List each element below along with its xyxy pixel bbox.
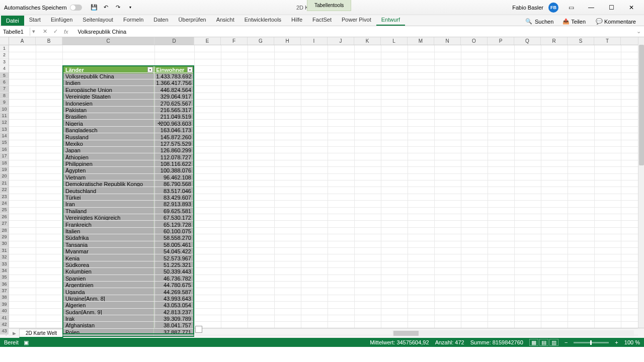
col-header[interactable]: R bbox=[541, 37, 568, 45]
row-header[interactable]: 17 bbox=[0, 153, 9, 159]
view-pagebreak-icon[interactable]: ▥ bbox=[549, 339, 558, 346]
row-header[interactable]: 29 bbox=[0, 234, 9, 240]
row-header[interactable]: 42 bbox=[0, 321, 9, 328]
col-header[interactable]: O bbox=[461, 37, 488, 45]
col-header[interactable]: T bbox=[594, 37, 621, 45]
vertical-scrollbar[interactable] bbox=[638, 37, 644, 328]
zoom-level[interactable]: 100 % bbox=[624, 339, 640, 345]
row-header[interactable]: 33 bbox=[0, 261, 9, 267]
cancel-formula-icon[interactable]: ✕ bbox=[41, 28, 49, 35]
row-header[interactable]: 3 bbox=[0, 59, 9, 65]
row-header[interactable]: 31 bbox=[0, 247, 9, 254]
view-pagelayout-icon[interactable]: ▤ bbox=[539, 339, 548, 346]
row-header[interactable]: 36 bbox=[0, 281, 9, 288]
row-header[interactable]: 41 bbox=[0, 315, 9, 321]
col-header[interactable]: D bbox=[154, 37, 194, 45]
namebox-dropdown-icon[interactable]: ▾ bbox=[30, 28, 37, 35]
view-normal-icon[interactable]: ▦ bbox=[529, 339, 538, 346]
filter-icon[interactable]: ▾ bbox=[187, 67, 193, 72]
row-header[interactable]: 40 bbox=[0, 308, 9, 314]
row-header[interactable]: 4 bbox=[0, 65, 9, 72]
row-header[interactable]: 10 bbox=[0, 106, 9, 113]
select-all-corner[interactable] bbox=[0, 37, 9, 45]
row-header[interactable]: 12 bbox=[0, 119, 9, 126]
search-input[interactable]: 🔍 Suchen bbox=[522, 18, 556, 25]
zoom-out-icon[interactable]: − bbox=[565, 339, 568, 345]
row-header[interactable]: 30 bbox=[0, 240, 9, 247]
row-header[interactable]: 20 bbox=[0, 173, 9, 179]
col-header[interactable]: L bbox=[381, 37, 408, 45]
row-header[interactable]: 39 bbox=[0, 301, 9, 308]
zoom-in-icon[interactable]: + bbox=[615, 339, 618, 345]
undo-icon[interactable]: ↶ bbox=[102, 4, 110, 12]
quick-analysis-icon[interactable] bbox=[195, 326, 202, 333]
fx-icon[interactable]: fx bbox=[62, 29, 70, 35]
col-header[interactable]: G bbox=[248, 37, 274, 45]
row-header[interactable]: 1 bbox=[0, 45, 9, 52]
tab-formeln[interactable]: Formeln bbox=[118, 15, 148, 26]
col-header[interactable]: S bbox=[568, 37, 594, 45]
tab-datei[interactable]: Datei bbox=[1, 16, 24, 26]
row-header[interactable]: 11 bbox=[0, 113, 9, 119]
row-header[interactable]: 14 bbox=[0, 133, 9, 139]
col-header[interactable]: Q bbox=[514, 37, 541, 45]
tab-factset[interactable]: FactSet bbox=[307, 15, 337, 26]
name-box[interactable]: Tabelle1 bbox=[0, 28, 30, 36]
row-header[interactable]: 34 bbox=[0, 267, 9, 274]
row-header[interactable]: 25 bbox=[0, 207, 9, 213]
row-header[interactable]: 13 bbox=[0, 126, 9, 133]
row-header[interactable]: 32 bbox=[0, 254, 9, 260]
tab-ansicht[interactable]: Ansicht bbox=[211, 15, 239, 26]
row-header[interactable]: 18 bbox=[0, 160, 9, 166]
customize-qat-icon[interactable]: ▾ bbox=[126, 4, 134, 12]
row-header[interactable]: 28 bbox=[0, 227, 9, 234]
row-header[interactable]: 16 bbox=[0, 146, 9, 153]
col-header[interactable]: F bbox=[221, 37, 248, 45]
sheet-tab[interactable]: 2D Karte Welt bbox=[19, 329, 63, 338]
row-header[interactable]: 8 bbox=[0, 93, 9, 99]
tab-entwicklertools[interactable]: Entwicklertools bbox=[239, 15, 286, 26]
row-header[interactable]: 22 bbox=[0, 187, 9, 193]
filter-icon[interactable]: ▾ bbox=[147, 67, 153, 72]
redo-icon[interactable]: ↷ bbox=[114, 4, 122, 12]
tab-hilfe[interactable]: Hilfe bbox=[286, 15, 307, 26]
row-header[interactable]: 24 bbox=[0, 200, 9, 207]
col-header[interactable]: C bbox=[62, 37, 154, 45]
tab-überprüfen[interactable]: Überprüfen bbox=[174, 15, 211, 26]
row-header[interactable]: 23 bbox=[0, 194, 9, 200]
minimize-icon[interactable]: — bbox=[584, 3, 599, 13]
col-header[interactable]: I bbox=[301, 37, 328, 45]
maximize-icon[interactable]: ☐ bbox=[604, 3, 619, 13]
col-header[interactable]: P bbox=[488, 37, 514, 45]
row-header[interactable]: 26 bbox=[0, 214, 9, 220]
tab-daten[interactable]: Daten bbox=[148, 15, 173, 26]
row-header[interactable]: 15 bbox=[0, 139, 9, 146]
horizontal-scrollbar[interactable] bbox=[392, 330, 634, 336]
row-header[interactable]: 6 bbox=[0, 79, 9, 85]
col-header[interactable]: K bbox=[354, 37, 381, 45]
autosave-toggle[interactable] bbox=[70, 5, 82, 11]
tab-einfügen[interactable]: Einfügen bbox=[46, 15, 77, 26]
row-header[interactable]: 27 bbox=[0, 220, 9, 227]
row-header[interactable]: 5 bbox=[0, 72, 9, 79]
row-header[interactable]: 7 bbox=[0, 85, 9, 92]
accept-formula-icon[interactable]: ✓ bbox=[52, 28, 59, 35]
close-icon[interactable]: ✕ bbox=[624, 3, 639, 13]
share-button[interactable]: 📤Teilen bbox=[558, 17, 590, 26]
macro-record-icon[interactable]: ▣ bbox=[24, 339, 29, 346]
row-header[interactable]: 37 bbox=[0, 288, 9, 294]
row-header[interactable]: 19 bbox=[0, 166, 9, 173]
formulabar-toggle-icon[interactable]: ⌄ bbox=[633, 28, 644, 35]
col-header[interactable]: N bbox=[434, 37, 461, 45]
col-header[interactable]: H bbox=[274, 37, 301, 45]
avatar[interactable]: FB bbox=[548, 3, 558, 13]
row-header[interactable]: 35 bbox=[0, 274, 9, 281]
ribbon-options-icon[interactable]: ▭ bbox=[564, 3, 579, 13]
row-header[interactable]: 2 bbox=[0, 52, 9, 58]
col-header[interactable]: J bbox=[328, 37, 354, 45]
tab-entwurf[interactable]: Entwurf bbox=[376, 15, 405, 26]
col-header[interactable]: A bbox=[9, 37, 36, 45]
comments-button[interactable]: 💬Kommentare bbox=[592, 17, 640, 26]
col-header[interactable]: E bbox=[194, 37, 221, 45]
col-header[interactable]: M bbox=[408, 37, 434, 45]
